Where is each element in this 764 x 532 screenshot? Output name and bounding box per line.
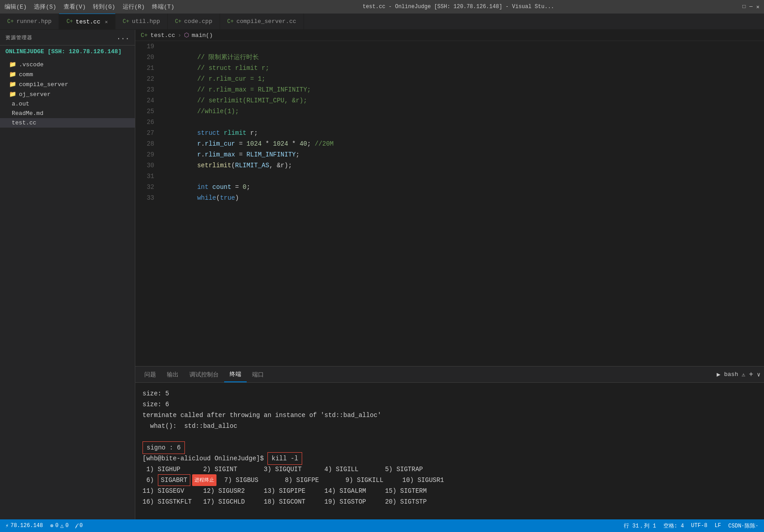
sidebar-item-label: compile_server [19,81,68,88]
terminal-text: terminate called after throwing an insta… [143,410,381,421]
code-token: r; [246,128,258,138]
keyword-token: true [220,193,235,203]
sidebar-item-aout[interactable]: a.out [0,99,135,109]
cpp-icon: C+ [227,18,234,25]
sidebar-file-list: 📁 .vscode 📁 comm 📁 compile_server 📁 oj_s… [0,58,135,129]
terminal-chevron-icon[interactable]: ∨ [757,371,760,378]
menu-bar[interactable]: 编辑(E) 选择(S) 查看(V) 转到(G) 运行(R) 终端(T) [5,3,174,11]
terminal-text: 16) SIGSTKFLT 17) SIGCHLD 18) SIGCONT 19… [143,496,427,507]
menu-select[interactable]: 选择(S) [34,3,56,11]
terminal-text: 7) SIGBUS 8) SIGFPE 9) SIGKILL 10) SIGUS… [216,475,444,486]
tab-runner-hpp[interactable]: C+ runner.hpp [0,14,59,29]
breadcrumb-func[interactable]: main() [192,32,213,39]
menu-terminal[interactable]: 终端(T) [152,3,174,11]
sidebar-item-compile-server[interactable]: 📁 compile_server [0,79,135,89]
terminal-prompt: [whb@bite-alicloud OnlineJudge]$ [143,453,267,464]
op-token: = [235,138,246,149]
tab-close-icon[interactable]: ✕ [105,19,108,25]
comment-token: //20M [315,138,334,149]
breadcrumb-file-icon: C+ [141,32,148,39]
tab-compile-server[interactable]: C+ compile_server.cc [220,14,304,29]
statusbar-position[interactable]: 行 31，列 1 [624,522,656,530]
process-terminate-badge: 进程终止 [192,474,216,486]
warning-icon: △ [60,523,64,529]
sidebar-item-vscode[interactable]: 📁 .vscode [0,60,135,69]
code-line-29: r . rlim_max = RLIM_INFINITY ; [167,149,764,160]
menu-edit[interactable]: 编辑(E) [5,3,27,11]
code-line-21: // struct rlimit r; [167,63,764,73]
code-line-22: // r.rlim_cur = 1; [167,73,764,84]
statusbar-lang: CSDN·陈陈· [728,522,759,530]
tab-test-cc[interactable]: C+ test.cc ✕ [59,14,115,29]
cmd-box: kill -l [267,452,302,465]
sidebar-item-testcc[interactable]: test.cc [0,118,135,128]
op-token: * [262,138,273,149]
breadcrumb: C+ test.cc › ⬡ main() [135,30,764,41]
statusbar-spaces[interactable]: 空格: 4 [663,522,684,530]
terminal-bash-label: bash [724,371,738,378]
code-line-24: // setrlimit(RLIMIT_CPU, &r); [167,95,764,106]
tab-util-hpp[interactable]: C+ util.hpp [115,14,168,29]
titlebar: 编辑(E) 选择(S) 查看(V) 转到(G) 运行(R) 终端(T) test… [0,0,764,14]
close-button[interactable]: ✕ [756,4,759,10]
comment-token: // r.rlim_max = RLIM_INFINITY; [167,84,311,95]
op-token: . [201,138,205,149]
panel-tab-port[interactable]: 端口 [247,367,269,382]
tab-label: code.cpp [184,18,212,25]
terminal-plus-button[interactable]: + [749,371,754,379]
breadcrumb-file[interactable]: test.cc [151,32,175,39]
sidebar-more-button[interactable]: ... [116,33,129,41]
error-icon: ⊗ [50,523,53,529]
space-token [208,182,212,193]
indent-token [167,193,197,203]
menu-goto[interactable]: 转到(G) [93,3,115,11]
maximize-button[interactable]: □ [742,4,746,10]
const-token: RLIMIT_AS [235,160,269,171]
window-controls[interactable]: □ ─ ✕ [742,4,759,10]
id-token: r [197,149,201,160]
statusbar-ssh[interactable]: ⚡ 78.126.148 [5,523,43,529]
code-token: ; [296,149,299,160]
statusbar: ⚡ 78.126.148 ⊗ 0 △ 0 𝒻 0 行 31，列 1 空格: 4 … [0,519,764,532]
panel-tab-output[interactable]: 输出 [161,367,184,382]
terminal-line-5 [143,431,757,442]
panel-area: 问题 输出 调试控制台 终端 端口 ▶ bash ⚠ + ∨ size: 5 [135,366,764,519]
statusbar-platform[interactable]: LF [714,523,721,529]
panel-tab-terminal[interactable]: 终端 [224,367,247,382]
tab-bar: C+ runner.hpp C+ test.cc ✕ C+ util.hpp C… [0,14,764,30]
terminal-line-signo: signo : 6 [143,442,757,453]
minimize-button[interactable]: ─ [750,4,753,10]
terminal-line-2: size: 6 [143,399,757,410]
panel-tab-problems[interactable]: 问题 [139,367,161,382]
panel-tab-debug[interactable]: 调试控制台 [184,367,224,382]
sidebar-item-label: .vscode [19,61,44,68]
terminal-text: 11) SIGSEGV 12) SIGUSR2 13) SIGPIPE 14) … [143,486,427,496]
main-area: 资源管理器 ... ONLINEJUDGE [SSH: 120.78.126.1… [0,30,764,519]
code-line-33: while ( true ) [167,193,764,203]
menu-view[interactable]: 查看(V) [64,3,86,11]
terminal-line-sig16: 16) SIGSTKFLT 17) SIGCHLD 18) SIGCONT 19… [143,496,757,507]
statusbar-right: 行 31，列 1 空格: 4 UTF-8 LF CSDN·陈陈· [624,522,759,530]
code-line-26 [167,117,764,128]
menu-run[interactable]: 运行(R) [123,3,145,11]
terminal-content[interactable]: size: 5 size: 6 terminate called after t… [135,383,764,519]
editor-area: C+ test.cc › ⬡ main() 19 20 21 22 23 24 … [135,30,764,519]
code-token: , &r); [269,160,292,171]
statusbar-errors[interactable]: ⊗ 0 △ 0 [50,523,69,529]
ssh-label: 78.126.148 [10,523,43,529]
terminal-line-sig11: 11) SIGSEGV 12) SIGUSR2 13) SIGPIPE 14) … [143,486,757,496]
statusbar-info: 𝒻 0 [76,523,83,529]
sidebar-item-readme[interactable]: ReadMe.md [0,109,135,118]
tab-label: runner.hpp [16,18,51,25]
terminal-text: size: 6 [143,399,169,410]
code-content: 19 20 21 22 23 24 25 26 27 28 29 30 31 3… [135,41,764,366]
sidebar-item-oj-server[interactable]: 📁 oj_server [0,89,135,99]
terminal-line-3: terminate called after throwing an insta… [143,410,757,421]
sidebar-item-comm[interactable]: 📁 comm [0,69,135,79]
cpp-icon: C+ [66,18,73,25]
terminal-line-sig6: 6) SIGABRT 进程终止 7) SIGBUS 8) SIGFPE 9) S… [143,475,757,486]
code-editor[interactable]: 19 20 21 22 23 24 25 26 27 28 29 30 31 3… [135,41,764,366]
statusbar-encoding[interactable]: UTF-8 [691,523,707,529]
cpp-icon: C+ [123,18,129,25]
tab-code-cpp[interactable]: C+ code.cpp [168,14,220,29]
